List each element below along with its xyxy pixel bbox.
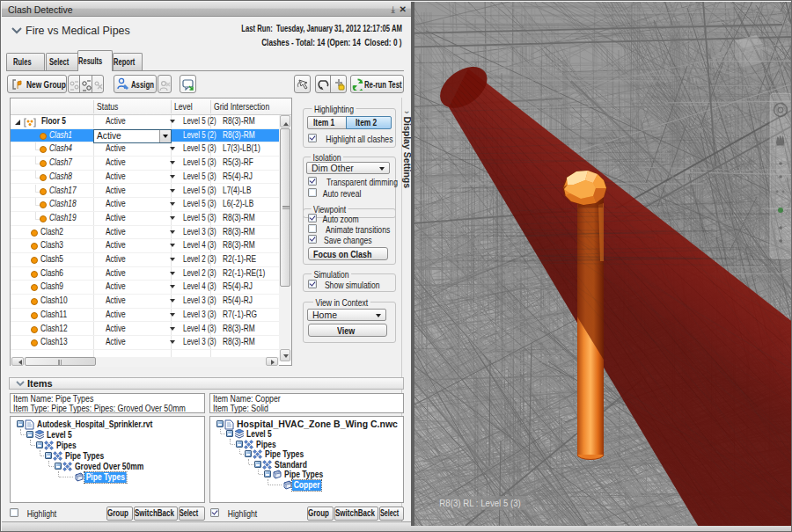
svg-text:R8(3) RL : Level 5 (3): R8(3) RL : Level 5 (3) [439, 499, 520, 508]
